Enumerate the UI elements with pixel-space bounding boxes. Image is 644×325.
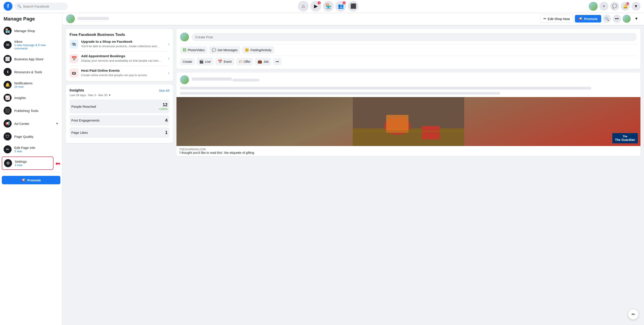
more-post-icon: •••	[276, 60, 279, 63]
edit-shop-now-button[interactable]: ✏ Edit Shop Now	[540, 15, 573, 23]
live-label: Live	[205, 60, 211, 63]
sidebar-label-insights: Insights	[14, 96, 58, 100]
see-all-link[interactable]: See All	[159, 89, 169, 92]
profile-avatar[interactable]	[589, 2, 598, 11]
sidebar-item-settings[interactable]: ⚙ Settings 3 new	[2, 156, 54, 170]
sidebar-label-ad-center: Ad Center	[14, 122, 53, 126]
sidebar-label-business-app: Business App Store	[14, 57, 58, 61]
feeling-label: Feeling/Activity	[250, 48, 272, 52]
get-messages-label: Get Messages	[218, 48, 238, 52]
sidebar-promote-button[interactable]: 📢 Promote	[2, 176, 60, 184]
sidebar: Manage Page 🏪 Manage Shop ✉ Inbox 1 new …	[0, 12, 62, 325]
sidebar-label-edit-page: Edit Page Info	[14, 146, 58, 150]
notifications-button[interactable]: 🔔 19	[621, 2, 630, 11]
svg-rect-3	[386, 115, 408, 133]
groups-nav-button[interactable]: 👥 8	[335, 1, 346, 11]
post-divider-2	[180, 56, 637, 56]
sidebar-item-publishing-tools[interactable]: ⬛ Publishing Tools	[2, 104, 60, 117]
tool-item-appointments[interactable]: 📅 Add Appointment Bookings Display your …	[70, 51, 169, 66]
more-post-button[interactable]: •••	[273, 58, 282, 65]
event-button[interactable]: 📅 Event	[215, 58, 234, 65]
job-button[interactable]: 💼 Job	[255, 58, 271, 65]
sidebar-item-business-app-store[interactable]: ⬜ Business App Store	[2, 53, 60, 65]
feed-avatar	[180, 75, 189, 84]
promote-header-icon: 📢	[578, 17, 583, 21]
tool-item-events[interactable]: 🎟 Host Paid Online Events Create online …	[70, 66, 169, 77]
ad-center-icon: 📢	[4, 120, 12, 128]
sidebar-item-edit-page-info[interactable]: ✏ Edit Page Info 3 new	[2, 143, 60, 156]
tool-items: 🛍 Upgrade to a Shop on Facebook You'll b…	[70, 40, 169, 77]
sidebar-item-inbox[interactable]: ✉ Inbox 1 new message & 9 new comments	[2, 37, 60, 52]
marketplace-nav-button[interactable]: 🏪	[323, 1, 334, 11]
create-post-header: Create Post	[180, 32, 637, 41]
nav-right-actions: + 💬 🔔 19 ▼	[589, 2, 640, 11]
get-messages-button[interactable]: 💬 Get Messages	[209, 46, 240, 54]
offer-icon: 🏷	[239, 60, 242, 64]
sidebar-item-manage-shop[interactable]: 🏪 Manage Shop	[2, 24, 60, 37]
left-column: Free Facebook Business Tools 🛍 Upgrade t…	[66, 29, 173, 143]
video-badge: 3	[317, 1, 321, 5]
main-layout: Manage Page 🏪 Manage Shop ✉ Inbox 1 new …	[0, 12, 644, 325]
sidebar-label-inbox: Inbox	[14, 40, 58, 43]
sidebar-item-notifications[interactable]: 🔔 Notifications 24 new	[2, 79, 60, 91]
facebook-logo[interactable]: f	[4, 2, 12, 11]
insights-title: Insights	[70, 88, 84, 93]
feed-post-card: The The Guardian THEGUARDIAN.COM 'I thou…	[176, 72, 640, 156]
insights-card: Insights See All Last 28 days : Mar 3 - …	[66, 85, 173, 143]
tool-arrow-2: ›	[168, 56, 169, 60]
live-button[interactable]: 🎬 Live	[196, 58, 214, 65]
create-post-avatar	[180, 32, 189, 41]
menu-chevron-button[interactable]: ▼	[632, 2, 640, 11]
page-header-avatar[interactable]	[622, 15, 631, 23]
search-header-button[interactable]: 🔍	[603, 15, 611, 23]
free-tools-title: Free Facebook Business Tools	[70, 32, 169, 37]
appointments-tool-desc: Display your services and availability s…	[81, 59, 161, 62]
page-likes-label: Page Likes	[71, 131, 88, 134]
notifications-badge: 19	[626, 2, 630, 6]
settings-arrow: ⬅	[55, 160, 60, 167]
publishing-icon: ⬛	[4, 107, 12, 115]
top-navigation: f 🔍 ⌂ ▶ 3 🏪 👥 8 ⬛ + 💬 🔔 19 ▼	[0, 0, 644, 12]
offer-button[interactable]: 🏷 Offer	[236, 58, 253, 65]
video-nav-button[interactable]: ▶ 3	[310, 1, 321, 11]
appointments-tool-icon: 📅	[70, 54, 78, 63]
sidebar-item-page-quality[interactable]: 🛡 Page Quality	[2, 130, 60, 143]
home-nav-button[interactable]: ⌂	[298, 1, 309, 11]
guardian-brand-icon: The	[615, 135, 635, 138]
page-name-blur	[78, 17, 109, 20]
inbox-icon: ✉	[4, 41, 12, 49]
messenger-button[interactable]: 💬	[610, 2, 619, 11]
date-dropdown-icon: ▼	[108, 93, 111, 97]
feeling-activity-button[interactable]: 😊 Feeling/Activity	[242, 46, 274, 54]
post-engagements-label: Post Engagements	[71, 118, 100, 122]
tool-item-shop[interactable]: 🛍 Upgrade to a Shop on Facebook You'll b…	[70, 40, 169, 51]
search-input[interactable]	[23, 4, 58, 8]
compose-button[interactable]: ✏	[628, 309, 639, 320]
business-app-icon: ⬜	[4, 55, 12, 63]
page-dropdown-button[interactable]: ▼	[632, 15, 640, 23]
sidebar-item-resources-tools[interactable]: ℹ Resources & Tools	[2, 66, 60, 78]
photo-video-button[interactable]: 🖼 Photo/Video	[180, 46, 207, 54]
sidebar-item-insights[interactable]: 📈 Insights	[2, 91, 60, 104]
add-button[interactable]: +	[600, 2, 608, 11]
inbox-sub: 1 new message & 9 new comments	[14, 43, 58, 50]
more-header-button[interactable]: •••	[613, 15, 621, 23]
sidebar-item-ad-center[interactable]: 📢 Ad Center ▼	[2, 117, 60, 130]
photo-label: Photo/Video	[188, 48, 204, 52]
free-tools-card: Free Facebook Business Tools 🛍 Upgrade t…	[66, 29, 173, 81]
page-avatar	[66, 14, 75, 23]
insights-header: Insights See All	[70, 88, 169, 93]
content-area: Free Facebook Business Tools 🛍 Upgrade t…	[62, 25, 644, 325]
feed-image-svg	[176, 97, 640, 146]
post-divider-1	[180, 44, 637, 44]
promote-header-button[interactable]: 📢 Promote	[575, 15, 601, 22]
create-post-button[interactable]: Create Post	[192, 33, 637, 41]
search-bar[interactable]: 🔍	[14, 3, 68, 10]
sidebar-divider	[2, 172, 60, 172]
create-button[interactable]: Create	[180, 58, 195, 65]
shop-tool-desc: You'll be able to showcase products, cre…	[81, 44, 159, 48]
people-reached-label: People Reached	[71, 105, 96, 108]
gaming-nav-button[interactable]: ⬛	[348, 1, 358, 11]
feed-name-blur	[192, 77, 232, 81]
svg-rect-5	[422, 126, 440, 139]
